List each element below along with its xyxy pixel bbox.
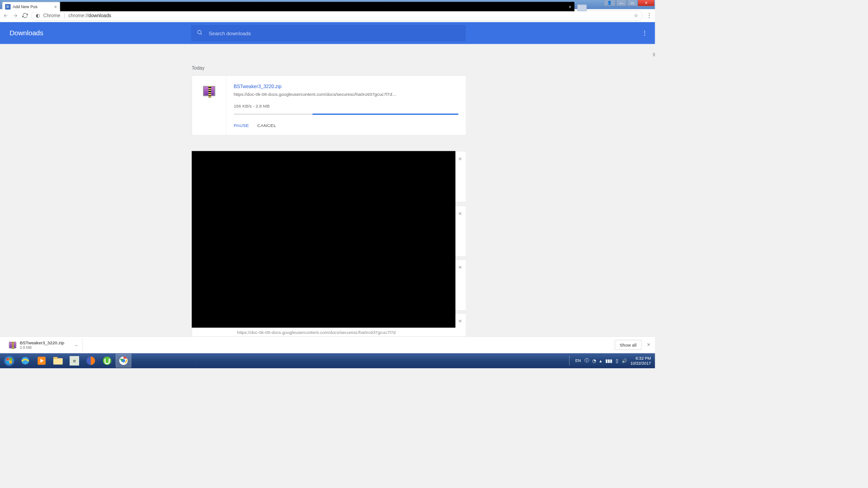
tab-title: Add New Pos — [13, 4, 38, 9]
system-tray: EN ⓘ ◔ ▴ ▮▮▮ ▯ 🔊 6:32 PM 10/22/2017 — [567, 356, 653, 366]
bookmark-star-icon[interactable]: ☆ — [634, 13, 638, 18]
url-separator: | — [64, 13, 65, 18]
window-maximize-button[interactable]: ▭ — [627, 0, 637, 6]
clock-time: 6:32 PM — [636, 356, 651, 361]
window-user-button[interactable]: 👤 — [604, 0, 616, 6]
download-progress-fill — [312, 113, 458, 115]
svg-point-1 — [4, 356, 15, 366]
page-title: Downloads — [9, 29, 43, 37]
language-indicator[interactable]: EN — [575, 358, 581, 363]
downloads-menu-button[interactable]: ⋮ — [642, 29, 648, 37]
shelf-item-size: 2.8 MB — [20, 345, 64, 349]
forward-button[interactable] — [12, 13, 19, 19]
new-tab-button[interactable] — [577, 5, 587, 11]
taskbar-media-icon[interactable] — [34, 354, 50, 367]
remove-download-icon[interactable]: × — [458, 318, 462, 325]
svg-rect-8 — [53, 358, 63, 365]
taskbar-clock[interactable]: 6:32 PM 10/22/2017 — [630, 356, 651, 366]
svg-rect-2 — [6, 358, 9, 360]
battery-icon[interactable]: ▯ — [616, 358, 618, 363]
download-source-url[interactable]: https://doc-0k-08-docs.googleusercontent… — [234, 92, 458, 97]
browser-tabstrip: ⊞ Add New Pos × × — [2, 2, 587, 11]
remove-download-icon[interactable]: × — [458, 155, 462, 163]
shelf-item-name: BSTweaker3_3220.zip — [20, 340, 64, 345]
address-bar[interactable]: ◐ Chrome | chrome://downloads ☆ — [31, 10, 642, 21]
network-signal-icon[interactable]: ▮▮▮ — [605, 358, 613, 363]
cancel-button[interactable]: CANCEL — [257, 123, 276, 128]
archive-file-icon — [9, 342, 17, 348]
svg-rect-4 — [6, 361, 9, 363]
tray-icon[interactable]: ◔ — [592, 358, 596, 363]
windows-taskbar: ⚙ EN ⓘ ◔ ▴ ▮▮▮ ▯ 🔊 6:32 PM 10/22/2017 — [0, 353, 655, 368]
partial-url-text: https://doc-0k-08-docs.googleusercontent… — [237, 330, 396, 335]
search-input[interactable] — [209, 30, 460, 36]
clock-date: 10/22/2017 — [630, 361, 651, 366]
download-status-text: 156 KB/s - 2.8 MB — [234, 103, 458, 108]
download-progress-bar — [234, 113, 458, 115]
taskbar-ie-icon[interactable] — [17, 354, 33, 367]
remove-download-icon[interactable]: × — [458, 210, 462, 217]
svg-rect-5 — [9, 361, 12, 363]
tab-favicon-icon: ⊞ — [5, 4, 10, 9]
url-text: chrome://downloads — [68, 13, 111, 18]
date-section-label: Today — [192, 65, 204, 70]
download-shelf: BSTweaker3_3220.zip 2.8 MB ︿ Show all × — [0, 336, 655, 353]
download-filename-link[interactable]: BSTweaker3_3220.zip — [234, 84, 282, 89]
show-all-downloads-button[interactable]: Show all — [614, 340, 642, 350]
help-tray-icon[interactable]: ⓘ — [585, 358, 589, 364]
taskbar-utorrent-icon[interactable] — [99, 354, 115, 367]
start-button[interactable] — [1, 354, 17, 367]
pause-button[interactable]: PAUSE — [234, 123, 249, 128]
shelf-download-item[interactable]: BSTweaker3_3220.zip 2.8 MB ︿ — [5, 338, 83, 352]
back-button[interactable] — [3, 13, 9, 19]
svg-point-0 — [198, 30, 201, 34]
vertical-scrollbar[interactable] — [653, 53, 655, 336]
download-card: BSTweaker3_3220.zip https://doc-0k-08-do… — [192, 75, 466, 136]
svg-rect-9 — [53, 357, 57, 359]
taskbar-explorer-icon[interactable] — [50, 354, 66, 367]
search-downloads-box[interactable] — [191, 25, 466, 41]
window-minimize-button[interactable]: — — [616, 0, 627, 6]
url-scheme-label: Chrome — [43, 13, 61, 18]
reload-button[interactable] — [22, 13, 28, 19]
browser-tab-obscured[interactable]: × — [60, 2, 575, 11]
download-icon-column — [192, 76, 226, 135]
tab-close-icon[interactable]: × — [569, 4, 571, 9]
tab-close-icon[interactable]: × — [54, 4, 57, 9]
browser-menu-button[interactable]: ⋮ — [646, 13, 652, 19]
downloads-content: Today BSTweaker3_3220.zip https://doc-0k… — [0, 53, 653, 336]
black-overlay — [192, 151, 455, 328]
site-info-icon[interactable]: ◐ — [36, 13, 40, 18]
tray-separator — [569, 356, 570, 366]
remove-download-icon[interactable]: × — [458, 264, 462, 271]
svg-rect-3 — [9, 358, 12, 360]
taskbar-chrome-icon[interactable] — [116, 354, 132, 367]
volume-icon[interactable]: 🔊 — [622, 358, 627, 363]
browser-tab[interactable]: ⊞ Add New Pos × — [2, 2, 60, 11]
svg-text:⚙: ⚙ — [73, 359, 76, 363]
window-close-button[interactable]: ✕ — [638, 0, 654, 6]
taskbar-app-icon[interactable]: ⚙ — [66, 354, 82, 367]
chevron-up-tray-icon[interactable]: ▴ — [599, 358, 602, 363]
downloads-header: Downloads ⋮ — [0, 22, 655, 44]
close-shelf-icon[interactable]: × — [647, 342, 650, 348]
chevron-up-icon[interactable]: ︿ — [75, 343, 78, 347]
taskbar-firefox-icon[interactable] — [83, 354, 99, 367]
archive-file-icon — [203, 86, 215, 96]
search-icon — [197, 29, 203, 37]
